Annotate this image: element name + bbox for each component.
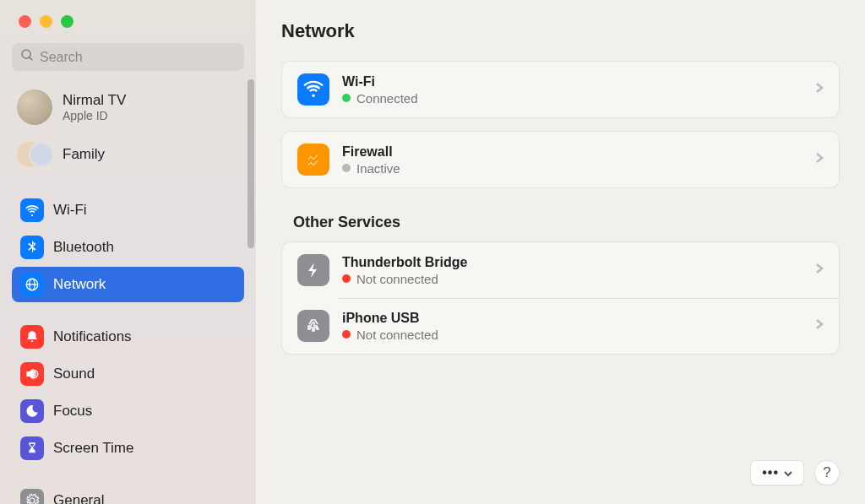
more-actions-button[interactable]: ••• <box>750 460 804 485</box>
user-text: Nirmal TV Apple ID <box>63 92 126 122</box>
close-window-button[interactable] <box>19 15 31 28</box>
sidebar-item-family[interactable]: Family <box>12 132 244 177</box>
sidebar-item-bluetooth[interactable]: Bluetooth <box>12 230 244 265</box>
status-dot-red <box>342 274 351 283</box>
help-icon: ? <box>823 464 830 481</box>
service-row-thunderbolt[interactable]: Thunderbolt Bridge Not connected <box>282 242 839 298</box>
avatar <box>17 89 52 125</box>
ellipsis-icon: ••• <box>762 465 779 480</box>
nav-label: Focus <box>53 403 92 420</box>
sidebar-item-general[interactable]: General <box>12 483 244 504</box>
thunderbolt-icon <box>297 254 329 286</box>
chevron-right-icon <box>815 262 824 279</box>
chevron-right-icon <box>815 81 824 98</box>
search-input[interactable] <box>40 50 236 65</box>
status-dot-gray <box>342 164 351 172</box>
chevron-right-icon <box>815 317 824 334</box>
search-container <box>0 28 256 79</box>
firewall-group: Firewall Inactive <box>281 131 840 188</box>
bluetooth-icon <box>20 236 44 259</box>
other-services-header: Other Services <box>293 214 840 231</box>
sidebar-scroll[interactable]: Nirmal TV Apple ID Family Wi-Fi Bl <box>0 79 256 504</box>
sidebar-item-sound[interactable]: Sound <box>12 356 244 392</box>
service-title: Wi-Fi <box>342 74 802 89</box>
family-avatar <box>17 138 52 171</box>
nav-label: General <box>53 492 104 504</box>
main-content: Network Wi-Fi Connected F <box>256 0 865 504</box>
service-status: Not connected <box>342 272 802 286</box>
chevron-right-icon <box>815 151 824 168</box>
search-icon <box>20 48 35 66</box>
bell-icon <box>20 325 44 349</box>
page-title: Network <box>281 20 840 42</box>
user-sub: Apple ID <box>63 109 126 122</box>
search-box[interactable] <box>12 43 244 71</box>
hourglass-icon <box>20 436 44 460</box>
chevron-down-icon <box>784 465 792 480</box>
user-name: Nirmal TV <box>63 92 126 109</box>
nav-label: Notifications <box>53 328 132 345</box>
service-title: Thunderbolt Bridge <box>342 255 802 270</box>
wifi-icon <box>297 73 329 106</box>
firewall-icon <box>297 144 329 176</box>
globe-icon <box>20 273 44 296</box>
service-title: Firewall <box>342 144 802 160</box>
scrollbar-thumb[interactable] <box>248 79 254 248</box>
maximize-window-button[interactable] <box>61 15 73 28</box>
service-title: iPhone USB <box>342 311 802 326</box>
sidebar-item-wifi[interactable]: Wi-Fi <box>12 192 244 228</box>
nav-label: Sound <box>53 366 95 382</box>
service-row-firewall[interactable]: Firewall Inactive <box>282 132 839 187</box>
family-label: Family <box>63 146 105 163</box>
sidebar-item-screentime[interactable]: Screen Time <box>12 431 244 466</box>
nav-label: Wi-Fi <box>53 202 87 219</box>
window-controls <box>0 0 256 28</box>
svg-line-1 <box>30 57 33 61</box>
other-services-group: Thunderbolt Bridge Not connected iPhone … <box>281 241 840 355</box>
service-row-wifi[interactable]: Wi-Fi Connected <box>282 62 839 117</box>
sidebar: Nirmal TV Apple ID Family Wi-Fi Bl <box>0 0 256 504</box>
status-dot-red <box>342 330 351 339</box>
gear-icon <box>20 489 44 504</box>
status-dot-green <box>342 94 351 102</box>
svg-point-0 <box>22 50 30 58</box>
sidebar-item-appleid[interactable]: Nirmal TV Apple ID <box>12 83 244 132</box>
minimize-window-button[interactable] <box>40 15 52 28</box>
help-button[interactable]: ? <box>814 460 840 485</box>
iphone-usb-icon <box>297 310 329 342</box>
service-status: Connected <box>342 91 802 106</box>
sidebar-item-network[interactable]: Network <box>12 267 244 302</box>
nav-label: Screen Time <box>53 440 133 457</box>
speaker-icon <box>20 362 44 386</box>
sidebar-item-focus[interactable]: Focus <box>12 393 244 429</box>
service-status: Not connected <box>342 328 802 342</box>
moon-icon <box>20 399 44 423</box>
wifi-icon <box>20 198 44 222</box>
nav-label: Network <box>53 276 106 293</box>
primary-services-group: Wi-Fi Connected <box>281 61 840 118</box>
nav-label: Bluetooth <box>53 239 114 256</box>
bottom-actions: ••• ? <box>750 460 840 485</box>
sidebar-item-notifications[interactable]: Notifications <box>12 319 244 355</box>
service-row-iphone[interactable]: iPhone USB Not connected <box>282 298 839 354</box>
service-status: Inactive <box>342 161 802 176</box>
